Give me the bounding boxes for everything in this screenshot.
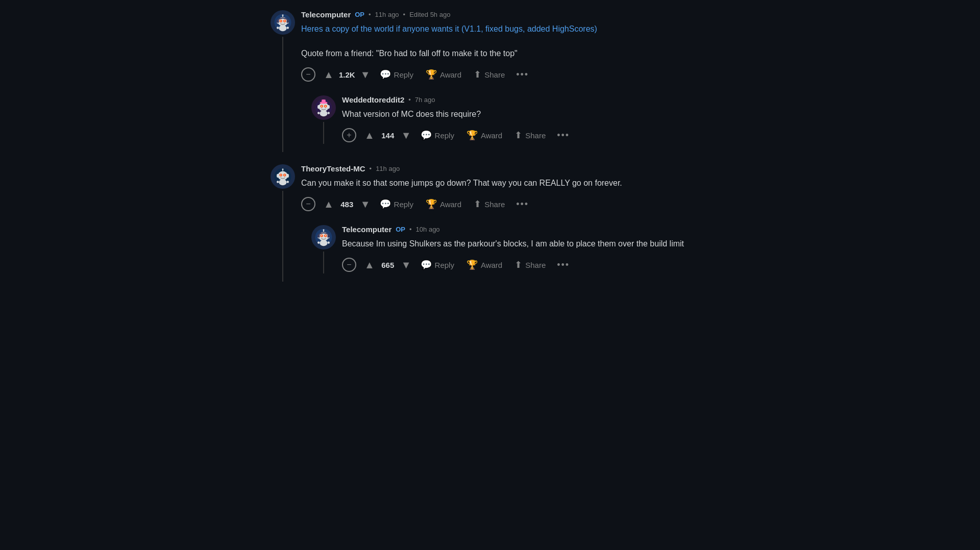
comment-actions: − ▲ 665 ▼ 💬 Reply (342, 256, 684, 273)
downvote-button[interactable]: ▼ (358, 196, 373, 212)
username: Telecomputer (301, 10, 351, 19)
svg-point-42 (287, 181, 289, 183)
comment-actions: + ▲ 144 ▼ 💬 Reply (342, 127, 574, 144)
share-button[interactable]: ⬆ Share (469, 66, 510, 83)
comment-header: Telecomputer OP • 10h ago (342, 225, 684, 234)
share-icon: ⬆ (474, 69, 481, 80)
svg-point-55 (320, 240, 328, 246)
svg-point-34 (280, 174, 281, 176)
collapse-button[interactable]: − (342, 258, 356, 272)
thread-line (282, 191, 283, 282)
avatar (271, 164, 295, 189)
edited-label: Edited 5h ago (409, 11, 450, 18)
svg-point-40 (279, 179, 287, 185)
svg-point-12 (279, 25, 287, 31)
more-button[interactable]: ••• (553, 258, 574, 272)
svg-point-57 (328, 241, 330, 244)
more-button[interactable]: ••• (553, 128, 574, 143)
timestamp: 10h ago (416, 226, 440, 233)
svg-rect-26 (322, 99, 326, 103)
share-button[interactable]: ⬆ Share (509, 256, 551, 273)
upvote-button[interactable]: ▲ (362, 128, 377, 143)
nested-comment-content: Telecomputer OP • 10h ago Because Im usi… (342, 225, 684, 273)
nested-comment-left (311, 95, 336, 144)
reply-button[interactable]: 💬 Reply (415, 256, 459, 273)
reply-icon: 💬 (380, 198, 391, 210)
reply-button[interactable]: 💬 Reply (375, 195, 419, 213)
upvote-button[interactable]: ▲ (362, 257, 377, 273)
award-button[interactable]: 🏆 Award (461, 256, 507, 273)
username: Telecomputer (342, 225, 391, 234)
downvote-button[interactable]: ▼ (399, 257, 413, 273)
reply-icon: 💬 (380, 69, 391, 80)
more-button[interactable]: ••• (512, 197, 533, 212)
comment-body: Can you make it so that some jumps go do… (301, 177, 709, 189)
avatar (311, 95, 336, 120)
comment-text: Quote from a friend: "Bro had to fall of… (301, 49, 518, 58)
reply-icon: 💬 (421, 130, 432, 141)
comment-thread: Telecomputer OP • 11h ago • Edited 5h ag… (260, 10, 720, 282)
award-icon: 🏆 (426, 198, 437, 210)
comment-link[interactable]: Heres a copy of the world if anyone want… (301, 24, 597, 33)
comment-actions: − ▲ 1.2K ▼ 💬 Reply 🏆 Award ⬆ Share (301, 66, 709, 83)
svg-point-31 (278, 171, 288, 181)
comment-content: TheoryTested-MC • 11h ago Can you make i… (301, 164, 709, 282)
comment-header: TheoryTested-MC • 11h ago (301, 164, 709, 173)
vote-group: ▲ 144 ▼ (362, 128, 413, 143)
svg-point-24 (328, 105, 330, 109)
upvote-button[interactable]: ▲ (322, 67, 336, 83)
reply-button[interactable]: 💬 Reply (415, 127, 459, 144)
collapse-button[interactable]: − (301, 197, 315, 211)
svg-point-39 (287, 174, 289, 178)
more-button[interactable]: ••• (512, 67, 533, 82)
svg-point-13 (277, 27, 279, 29)
op-badge: OP (355, 11, 364, 18)
vote-group: ▲ 665 ▼ (362, 257, 413, 273)
comment-actions: − ▲ 483 ▼ 💬 Reply 🏆 Award ⬆ Share (301, 195, 709, 213)
award-icon: 🏆 (426, 69, 437, 80)
svg-point-48 (325, 235, 326, 236)
comment-header: Weddedtoreddit2 • 7h ago (342, 95, 574, 104)
collapse-button[interactable]: + (342, 128, 356, 142)
svg-point-27 (320, 110, 328, 116)
vote-group: ▲ 1.2K ▼ (322, 67, 373, 83)
collapse-button[interactable]: − (301, 67, 315, 82)
svg-rect-11 (287, 20, 289, 23)
vote-count: 144 (380, 131, 396, 140)
share-icon: ⬆ (474, 198, 481, 210)
svg-point-35 (284, 174, 285, 176)
svg-point-19 (321, 106, 322, 107)
comment-left-col (271, 164, 295, 282)
timestamp: 7h ago (415, 96, 435, 104)
timestamp: 11h ago (375, 11, 399, 18)
share-button[interactable]: ⬆ Share (509, 127, 551, 144)
award-button[interactable]: 🏆 Award (421, 195, 467, 213)
vote-count: 1.2K (339, 70, 355, 79)
svg-point-37 (282, 168, 284, 170)
svg-point-56 (317, 241, 320, 244)
award-icon: 🏆 (467, 130, 478, 141)
svg-rect-10 (277, 20, 279, 23)
upvote-button[interactable]: ▲ (322, 196, 336, 212)
avatar (311, 225, 336, 249)
reply-button[interactable]: 💬 Reply (375, 66, 419, 83)
svg-point-47 (321, 235, 322, 236)
award-button[interactable]: 🏆 Award (461, 127, 507, 144)
vote-group: ▲ 483 ▼ (322, 196, 373, 212)
svg-rect-53 (317, 235, 320, 238)
comment-left-col (271, 10, 295, 152)
downvote-button[interactable]: ▼ (399, 128, 413, 143)
reply-icon: 💬 (421, 259, 432, 270)
svg-point-29 (328, 112, 330, 114)
svg-point-38 (277, 174, 279, 178)
username: Weddedtoreddit2 (342, 95, 404, 104)
op-badge: OP (396, 226, 405, 233)
award-button[interactable]: 🏆 Award (421, 66, 467, 83)
share-icon: ⬆ (514, 130, 522, 141)
thread-line (323, 252, 324, 273)
comment-telecomputer-reply: Telecomputer OP • 10h ago Because Im usi… (311, 225, 709, 273)
comment-header: Telecomputer OP • 11h ago • Edited 5h ag… (301, 10, 709, 19)
downvote-button[interactable]: ▼ (358, 67, 373, 83)
comment-body: What version of MC does this require? (342, 108, 574, 120)
share-button[interactable]: ⬆ Share (469, 195, 510, 213)
